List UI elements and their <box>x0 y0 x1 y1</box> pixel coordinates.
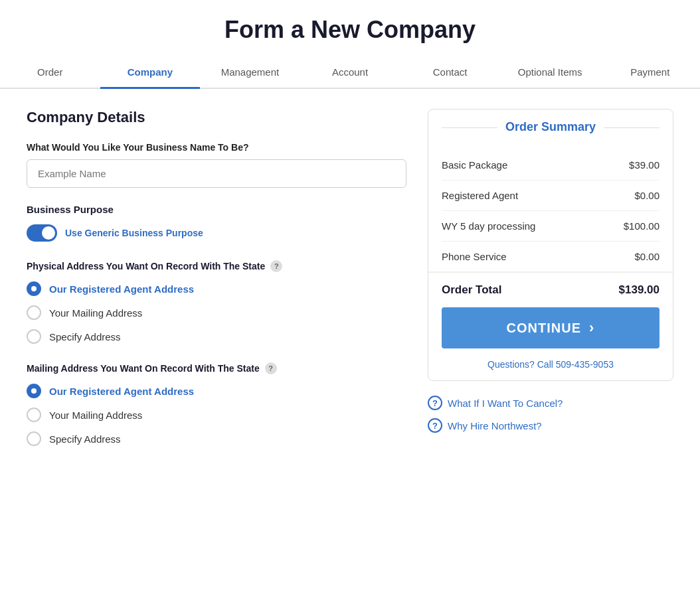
mailing-radio-specify-label: Specify Address <box>49 433 121 445</box>
mailing-address-help-icon[interactable]: ? <box>265 362 277 374</box>
physical-radio-registered-label: Our Registered Agent Address <box>49 283 194 295</box>
continue-label: CONTINUE <box>507 321 581 336</box>
page-title: Form a New Company <box>0 0 700 57</box>
physical-address-section: Physical Address You Want On Record With… <box>27 260 406 344</box>
mailing-radio-mailing-circle <box>27 408 41 422</box>
nav-tabs: Order Company Management Account Contact… <box>0 57 700 89</box>
order-summary-box: Order Summary Basic Package $39.00 Regis… <box>428 109 673 381</box>
summary-column: Order Summary Basic Package $39.00 Regis… <box>428 109 673 465</box>
physical-address-label: Physical Address You Want On Record With… <box>27 260 406 272</box>
order-total-row: Order Total $139.00 <box>428 271 673 307</box>
section-title: Company Details <box>27 109 406 126</box>
tab-account[interactable]: Account <box>300 57 400 89</box>
generic-purpose-toggle[interactable] <box>27 224 57 242</box>
physical-radio-registered-circle <box>27 281 41 296</box>
help-links: ? What If I Want To Cancel? ? Why Hire N… <box>428 392 673 437</box>
questions-text[interactable]: Questions? Call 509-435-9053 <box>428 359 673 380</box>
order-item-basic-package: Basic Package $39.00 <box>442 150 659 181</box>
mailing-radio-specify-circle <box>27 431 41 446</box>
mailing-radio-registered-circle <box>27 384 41 398</box>
toggle-label: Use Generic Business Purpose <box>65 228 203 238</box>
physical-radio-mailing-label: Your Mailing Address <box>49 307 142 319</box>
cancel-help-text: What If I Want To Cancel? <box>448 398 563 409</box>
mailing-radio-registered[interactable]: Our Registered Agent Address <box>27 384 406 398</box>
mailing-address-section: Mailing Address You Want On Record With … <box>27 362 406 446</box>
order-summary-items: Basic Package $39.00 Registered Agent $0… <box>428 145 673 271</box>
tab-management[interactable]: Management <box>200 57 300 89</box>
generic-purpose-toggle-row: Use Generic Business Purpose <box>27 224 406 242</box>
order-summary-header: Order Summary <box>497 120 604 134</box>
physical-radio-specify-circle <box>27 329 41 344</box>
tab-payment[interactable]: Payment <box>600 57 700 89</box>
main-content: Company Details What Would You Like Your… <box>0 109 700 491</box>
cancel-help-link[interactable]: ? What If I Want To Cancel? <box>428 392 673 414</box>
order-item-registered-agent: Registered Agent $0.00 <box>442 181 659 211</box>
mailing-radio-registered-label: Our Registered Agent Address <box>49 386 194 397</box>
cancel-help-icon: ? <box>428 396 442 410</box>
mailing-radio-mailing[interactable]: Your Mailing Address <box>27 408 406 422</box>
order-item-phone-service: Phone Service $0.00 <box>442 242 659 271</box>
physical-address-help-icon[interactable]: ? <box>270 260 282 272</box>
order-item-wy-processing: WY 5 day processing $100.00 <box>442 211 659 242</box>
form-column: Company Details What Would You Like Your… <box>27 109 406 465</box>
physical-radio-registered[interactable]: Our Registered Agent Address <box>27 281 406 296</box>
hire-northwest-help-icon: ? <box>428 418 442 433</box>
tab-optional-items[interactable]: Optional Items <box>500 57 600 89</box>
tab-order[interactable]: Order <box>0 57 100 89</box>
hire-northwest-help-link[interactable]: ? Why Hire Northwest? <box>428 414 673 437</box>
physical-radio-mailing-circle <box>27 305 41 320</box>
mailing-radio-specify[interactable]: Specify Address <box>27 431 406 446</box>
physical-radio-specify[interactable]: Specify Address <box>27 329 406 344</box>
continue-arrow-icon: › <box>589 319 594 337</box>
continue-button[interactable]: CONTINUE › <box>442 307 659 348</box>
tab-contact[interactable]: Contact <box>400 57 500 89</box>
business-name-input[interactable] <box>27 159 406 188</box>
business-name-label: What Would You Like Your Business Name T… <box>27 142 406 153</box>
hire-northwest-help-text: Why Hire Northwest? <box>448 420 542 431</box>
tab-company[interactable]: Company <box>100 57 201 89</box>
mailing-address-label: Mailing Address You Want On Record With … <box>27 362 406 374</box>
mailing-radio-mailing-label: Your Mailing Address <box>49 410 142 421</box>
business-purpose-label: Business Purpose <box>27 204 406 215</box>
toggle-knob <box>42 226 55 240</box>
physical-radio-mailing[interactable]: Your Mailing Address <box>27 305 406 320</box>
physical-radio-specify-label: Specify Address <box>49 331 121 342</box>
